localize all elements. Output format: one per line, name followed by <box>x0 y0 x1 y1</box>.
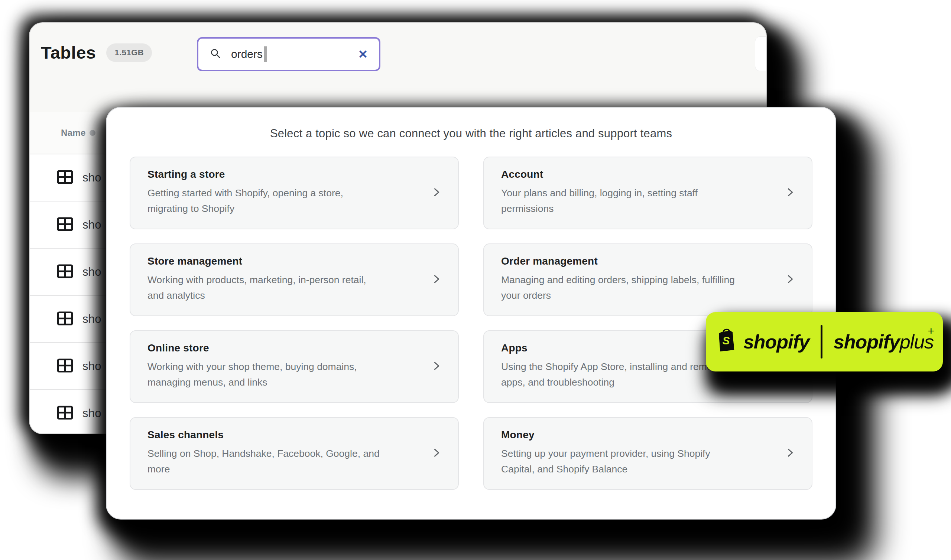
search-input[interactable]: orders ✕ <box>197 37 380 71</box>
chevron-right-icon <box>785 186 795 200</box>
page-title: Tables <box>41 42 96 63</box>
table-row-name: sho <box>82 312 102 326</box>
chevron-right-icon <box>431 273 442 286</box>
chevron-right-icon <box>431 447 442 460</box>
sort-icon <box>90 130 96 136</box>
table-row-name: sho <box>82 407 102 420</box>
topic-card-store-management[interactable]: Store management Working with products, … <box>130 243 459 316</box>
database-size-badge: 1.51GB <box>106 43 152 62</box>
topic-title: Sales channels <box>147 429 384 441</box>
topic-card-account[interactable]: Account Your plans and billing, logging … <box>483 157 812 229</box>
topic-title: Store management <box>147 255 384 267</box>
table-grid-icon <box>57 311 74 328</box>
topic-card-order-management[interactable]: Order management Managing and editing or… <box>483 243 812 316</box>
shopify-brand-badge: S shopify shopify plus + <box>706 312 943 371</box>
topic-description: Working with your shop theme, buying dom… <box>147 359 384 391</box>
topic-title: Money <box>501 429 737 441</box>
topic-card-online-store[interactable]: Online store Working with your shop them… <box>130 330 459 403</box>
table-row-name: sho <box>82 265 102 279</box>
topic-card-starting-a-store[interactable]: Starting a store Getting started with Sh… <box>130 157 459 229</box>
plus-icon: + <box>928 325 935 337</box>
shopify-bag-icon: S <box>715 327 738 355</box>
topic-description: Getting started with Shopify, opening a … <box>147 185 384 217</box>
partial-button[interactable] <box>755 36 767 71</box>
tables-header: Tables 1.51GB <box>41 42 152 63</box>
shopify-wordmark: shopify <box>743 331 809 353</box>
svg-text:S: S <box>723 334 730 347</box>
topic-description: Working with products, marketing, in-per… <box>147 272 384 303</box>
topic-title: Starting a store <box>147 168 384 180</box>
text-cursor <box>264 46 267 62</box>
table-grid-icon <box>57 216 74 234</box>
table-grid-icon <box>57 358 74 375</box>
table-row-name: sho <box>82 218 102 232</box>
topic-description: Setting up your payment provider, using … <box>501 446 737 477</box>
column-header-label: Name <box>61 128 86 138</box>
topic-title: Order management <box>501 255 737 267</box>
shopify-plus-wordmark: shopify plus + <box>834 331 934 353</box>
shopify-plus-base: shopify <box>834 331 900 353</box>
chevron-right-icon <box>785 273 795 286</box>
page: Tables 1.51GB orders ✕ Name <box>0 0 951 560</box>
table-row-name: sho <box>82 360 102 373</box>
table-grid-icon <box>57 263 74 280</box>
topic-description: Selling on Shop, Handshake, Facebook, Go… <box>147 446 384 477</box>
topic-description: Using the Shopify App Store, installing … <box>501 359 737 391</box>
topic-title: Apps <box>501 342 737 354</box>
topic-card-sales-channels[interactable]: Sales channels Selling on Shop, Handshak… <box>130 417 459 490</box>
clear-search-button[interactable]: ✕ <box>358 49 368 60</box>
table-row-name: sho <box>82 171 102 185</box>
search-icon <box>210 48 221 61</box>
topic-card-money[interactable]: Money Setting up your payment provider, … <box>483 417 812 490</box>
chevron-right-icon <box>785 447 795 460</box>
topic-description: Managing and editing orders, shipping la… <box>501 272 737 303</box>
chevron-right-icon <box>431 360 442 373</box>
topic-title: Account <box>501 168 737 180</box>
topic-title: Online store <box>147 342 384 354</box>
badge-divider <box>821 325 823 358</box>
table-grid-icon <box>57 405 74 422</box>
modal-title: Select a topic so we can connect you wit… <box>107 127 835 140</box>
table-grid-icon <box>57 169 74 186</box>
topic-description: Your plans and billing, logging in, sett… <box>501 185 737 217</box>
chevron-right-icon <box>431 186 442 200</box>
search-value: orders <box>231 48 262 60</box>
